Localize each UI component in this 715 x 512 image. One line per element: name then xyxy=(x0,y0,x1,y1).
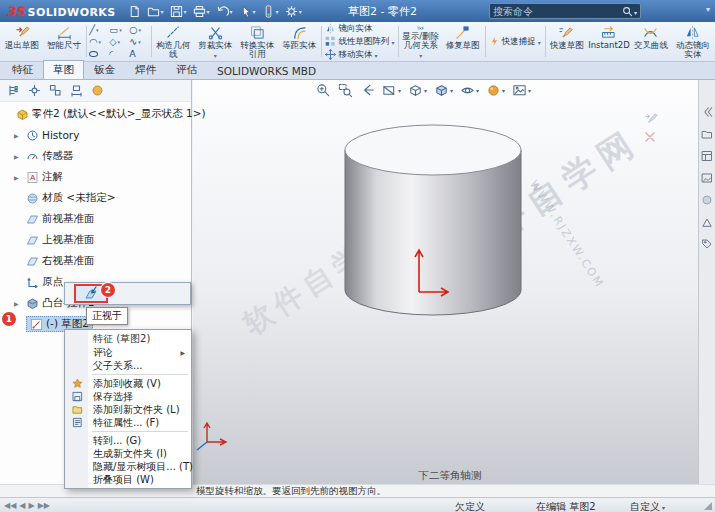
trim-entities-caret-icon[interactable] xyxy=(214,51,217,60)
dynamic-mirror-button[interactable]: 动态镜向实体 xyxy=(672,23,714,60)
zoom-area-button[interactable] xyxy=(338,83,353,98)
cancel-sketch-corner-icon[interactable] xyxy=(644,131,656,143)
menu-item-save-selection[interactable]: 保存选择 xyxy=(65,390,191,403)
linear-sketch-pattern-button[interactable]: 线性草图阵列 xyxy=(325,36,394,48)
sketch-fillet-button[interactable]: ◜ xyxy=(109,48,128,60)
tab-solidworks-mbd[interactable]: SOLIDWORKS MBD xyxy=(207,62,326,79)
tree-item-top-plane[interactable]: 上视基准面 xyxy=(0,231,95,249)
move-entities-caret-icon[interactable] xyxy=(374,50,377,60)
rectangle-tool-button[interactable]: ▭ xyxy=(109,24,128,36)
property-manager-tab-icon[interactable] xyxy=(28,84,41,97)
smart-dimension-button[interactable]: 智能尺寸 xyxy=(43,23,85,60)
tree-item-history[interactable]: ▶ History xyxy=(0,126,79,144)
rebuild-button[interactable] xyxy=(260,4,281,19)
sketch-text-button[interactable]: A xyxy=(129,48,148,60)
hide-show-items-button[interactable] xyxy=(460,83,479,98)
move-entities-button[interactable]: 移动实体 xyxy=(325,49,394,61)
custom-properties-icon[interactable] xyxy=(701,238,713,250)
display-manager-tab-icon[interactable] xyxy=(91,84,104,97)
tab-sketch[interactable]: 草图 xyxy=(43,60,84,79)
trim-entities-button[interactable]: 剪裁实体 xyxy=(194,23,236,60)
tab-weldments[interactable]: 焊件 xyxy=(125,60,166,79)
options-button[interactable] xyxy=(283,4,304,19)
view-orientation-button[interactable] xyxy=(408,83,427,98)
ellipse-tool-button[interactable] xyxy=(89,48,108,60)
graphics-area[interactable]: 软件自学网 软件自学网 WWW.RJZXW.COM xyxy=(193,80,698,484)
new-document-button[interactable] xyxy=(126,4,143,19)
menu-item-hide-show-tree-items[interactable]: 隐藏/显示树项目... (T) xyxy=(65,460,191,473)
search-input[interactable] xyxy=(493,6,622,17)
instant2d-button[interactable]: Instant2D xyxy=(588,23,630,60)
select-tool-button[interactable] xyxy=(237,4,258,19)
convert-entities-button[interactable]: 转换实体引用 xyxy=(236,23,278,60)
command-search[interactable] xyxy=(489,3,641,19)
tree-item-front-plane[interactable]: 前视基准面 xyxy=(0,210,95,228)
quick-snaps-button[interactable]: 快速捕捉 xyxy=(489,36,541,48)
tab-sheet-metal[interactable]: 钣金 xyxy=(84,60,125,79)
design-library-icon[interactable] xyxy=(701,128,713,140)
menu-item-parent-child[interactable]: 父子关系... xyxy=(65,359,191,372)
resize-grip[interactable] xyxy=(704,502,712,510)
spline-tool-button[interactable]: ∿ xyxy=(129,36,148,48)
menu-item-go-to[interactable]: 转到... (G) xyxy=(65,434,191,447)
previous-view-button[interactable] xyxy=(360,83,375,98)
linear-pattern-caret-icon[interactable] xyxy=(391,37,394,47)
construction-geometry-button[interactable]: 构造几何线 xyxy=(152,23,194,60)
scenes-icon[interactable] xyxy=(701,216,713,228)
relations-caret-icon[interactable] xyxy=(419,51,422,60)
task-pane-collapse-icon[interactable] xyxy=(701,106,713,118)
repair-sketch-button[interactable]: 修复草图 xyxy=(442,23,484,60)
arc-tool-button[interactable]: ◠ xyxy=(89,36,108,48)
tab-evaluate[interactable]: 评估 xyxy=(166,60,207,79)
polygon-tool-button[interactable]: ◇ xyxy=(109,36,128,48)
mirror-entities-button[interactable]: 镜向实体 xyxy=(325,23,394,35)
circle-tool-button[interactable]: ○ xyxy=(129,24,148,36)
menu-item-feature-properties[interactable]: 特征属性... (F) xyxy=(65,416,191,429)
display-style-button[interactable] xyxy=(434,83,453,98)
expand-caret-icon[interactable]: ▶ xyxy=(14,153,23,160)
nav-first-button[interactable]: ◀◀ xyxy=(4,501,16,510)
print-button[interactable] xyxy=(191,4,212,19)
dimxpert-manager-tab-icon[interactable] xyxy=(70,84,83,97)
file-explorer-icon[interactable] xyxy=(701,150,713,162)
search-icon[interactable] xyxy=(622,6,633,17)
exit-sketch-button[interactable]: 退出草图 xyxy=(1,23,43,60)
menu-item-comment[interactable]: 评论 xyxy=(65,346,191,359)
edit-appearance-button[interactable] xyxy=(486,83,505,98)
menu-item-create-new-folder[interactable]: 生成新文件夹 (I) xyxy=(65,447,191,460)
tree-item-annotations[interactable]: ▶ A 注解 xyxy=(0,168,63,186)
tree-item-material[interactable]: 材质 <未指定> xyxy=(0,189,115,207)
nav-next-button[interactable]: ▶ xyxy=(28,501,34,510)
feature-manager-tab-icon[interactable] xyxy=(7,84,20,97)
offset-entities-button[interactable]: 等距实体 xyxy=(278,23,320,60)
exit-sketch-corner-icon[interactable] xyxy=(644,112,658,126)
appearances-icon[interactable] xyxy=(701,194,713,206)
save-button[interactable] xyxy=(168,4,189,19)
tree-item-origin[interactable]: 原点 xyxy=(0,273,63,291)
tab-features[interactable]: 特征 xyxy=(2,60,43,79)
menu-item-add-to-favorites[interactable]: 添加到收藏 (V) xyxy=(65,377,191,390)
nav-prev-button[interactable]: ◀ xyxy=(19,501,25,510)
section-view-button[interactable] xyxy=(382,83,401,98)
expand-caret-icon[interactable]: ▶ xyxy=(14,300,23,307)
expand-caret-icon[interactable]: ▶ xyxy=(14,174,23,181)
tree-item-part-root[interactable]: 零件2 (默认<<默认>_显示状态 1>) xyxy=(0,105,206,123)
status-custom-dropdown[interactable]: 自定义 xyxy=(630,500,665,512)
quick-snaps-caret-icon[interactable] xyxy=(538,37,541,47)
open-document-button[interactable] xyxy=(145,4,166,19)
zoom-fit-button[interactable] xyxy=(316,83,331,98)
apply-scene-button[interactable] xyxy=(512,83,531,98)
rapid-sketch-button[interactable]: 快速草图 xyxy=(546,23,588,60)
line-tool-button[interactable]: ╱ xyxy=(89,24,108,36)
nav-last-button[interactable]: ▶▶ xyxy=(38,501,50,510)
undo-button[interactable] xyxy=(214,4,235,19)
configuration-manager-tab-icon[interactable] xyxy=(49,84,62,97)
intersection-curve-button[interactable]: 交叉曲线 xyxy=(630,23,672,60)
expand-caret-icon[interactable]: ▶ xyxy=(14,132,23,139)
menu-item-collapse-items[interactable]: 折叠项目 (W) xyxy=(65,473,191,486)
normal-to-icon[interactable] xyxy=(83,286,99,302)
tree-item-sensors[interactable]: ▶ 传感器 xyxy=(0,147,74,165)
menu-item-add-to-new-folder[interactable]: 添加到新文件夹 (L) xyxy=(65,403,191,416)
display-delete-relations-button[interactable]: 显示/删除几何关系 xyxy=(400,23,442,60)
search-scope-caret-icon[interactable] xyxy=(633,5,637,18)
